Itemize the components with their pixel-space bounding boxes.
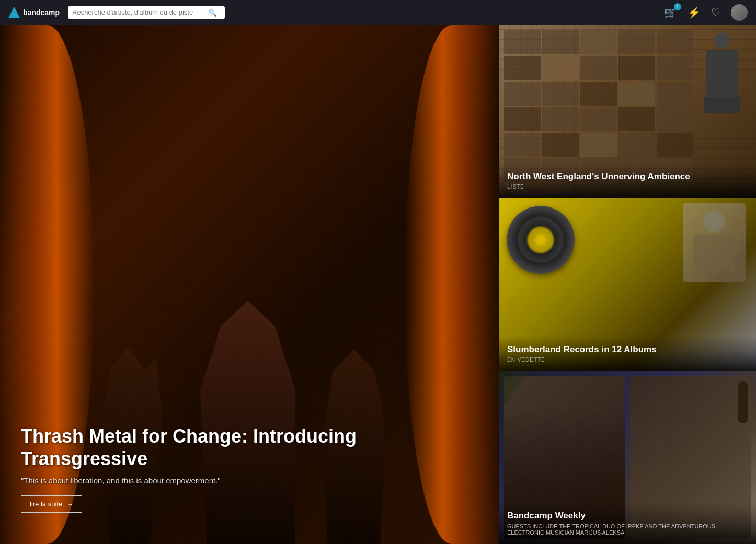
card3-desc: GUESTS INCLUDE THE TROPICAL DUO OF IREKE… <box>507 523 748 536</box>
card2-title: Slumberland Records in 12 Albums <box>507 344 748 355</box>
main-layout: Thrash Metal for Change: Introducing Tra… <box>0 25 756 544</box>
hero-subtitle: "This is about liberation, and this is a… <box>21 476 478 485</box>
card1-overlay: North West England's Unnerving Ambience … <box>499 163 756 198</box>
logo-text: bandcamp <box>23 8 60 17</box>
card3-overlay: Bandcamp Weekly GUESTS INCLUDE THE TROPI… <box>499 502 756 544</box>
cart-count: 1 <box>674 3 681 10</box>
header-actions: 🛒 1 ⚡ ♡ <box>664 4 748 21</box>
card1-tag: LISTE <box>507 184 748 190</box>
sidebar: North West England's Unnerving Ambience … <box>499 25 756 544</box>
logo[interactable]: bandcamp <box>8 7 60 18</box>
hero-cta-label: lire la suite <box>30 500 62 508</box>
card3-title: Bandcamp Weekly <box>507 511 748 521</box>
avatar[interactable] <box>731 4 748 21</box>
hero-cta-arrow: → <box>66 500 73 508</box>
bandcamp-icon <box>8 7 20 18</box>
wishlist-button[interactable]: ♡ <box>711 6 720 19</box>
card2-overlay: Slumberland Records in 12 Albums EN VEDE… <box>499 336 756 371</box>
hero-cta-button[interactable]: lire la suite → <box>21 495 82 513</box>
search-input[interactable] <box>72 8 208 16</box>
hero-section: Thrash Metal for Change: Introducing Tra… <box>0 25 499 544</box>
card2-tag: EN VEDETTE <box>507 357 748 363</box>
card1-title: North West England's Unnerving Ambience <box>507 171 748 182</box>
bolt-icon: ⚡ <box>688 7 701 18</box>
heart-icon: ♡ <box>711 7 720 18</box>
activity-button[interactable]: ⚡ <box>688 6 701 19</box>
search-bar[interactable]: 🔍 <box>68 6 225 19</box>
sidebar-card-1[interactable]: North West England's Unnerving Ambience … <box>499 25 756 198</box>
hero-title: Thrash Metal for Change: Introducing Tra… <box>21 425 478 470</box>
search-icon: 🔍 <box>208 8 217 17</box>
cart-button[interactable]: 🛒 1 <box>664 6 677 19</box>
hero-content: Thrash Metal for Change: Introducing Tra… <box>21 425 478 513</box>
sidebar-card-2[interactable]: Slumberland Records in 12 Albums EN VEDE… <box>499 198 756 371</box>
header: bandcamp 🔍 🛒 1 ⚡ ♡ <box>0 0 756 25</box>
sidebar-card-3[interactable]: Bandcamp Weekly GUESTS INCLUDE THE TROPI… <box>499 371 756 544</box>
